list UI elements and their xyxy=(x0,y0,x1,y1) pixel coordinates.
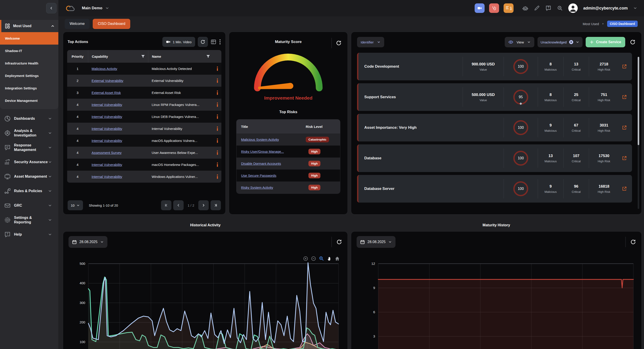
sidebar-item-shadow-it[interactable]: Shadow-IT xyxy=(0,45,58,57)
zoom-in-icon[interactable] xyxy=(303,256,308,261)
identifier-dropdown[interactable]: Identifier xyxy=(357,37,384,47)
open-service-icon[interactable] xyxy=(619,94,630,100)
service-card[interactable]: Support Services 500.000 USDValue 95 8Ma… xyxy=(357,83,632,111)
pan-hand-icon[interactable] xyxy=(327,256,332,261)
risk-row[interactable]: Risky User/Group Manage...High xyxy=(236,146,340,158)
assistant-bot-icon[interactable] xyxy=(522,5,528,11)
info-icon[interactable] xyxy=(217,151,218,155)
acknowledgement-filter[interactable]: Unacknowledged xyxy=(538,37,582,47)
risk-link[interactable]: Disable Dormant Accounts xyxy=(241,162,281,165)
sidebar-item-integration-settings[interactable]: Integration Settings xyxy=(0,82,58,94)
info-icon[interactable] xyxy=(217,91,218,95)
task-list-button[interactable]: 1 xyxy=(504,4,514,13)
table-row[interactable]: 4Internal VulnerabilityLinux RPM Package… xyxy=(67,99,222,111)
prev-page-button[interactable] xyxy=(173,200,184,210)
risk-row[interactable]: Risky System ActivityHigh xyxy=(236,182,340,193)
edit-pencil-icon[interactable] xyxy=(534,5,540,11)
capability-link[interactable]: Internal Vulnerability xyxy=(92,103,122,107)
sidebar-group-help[interactable]: ? Help xyxy=(0,227,58,242)
sidebar-group-grc[interactable]: GRC xyxy=(0,198,58,213)
open-service-icon[interactable] xyxy=(619,156,630,161)
date-picker[interactable]: 28.08.2025 xyxy=(356,236,396,248)
refresh-icon[interactable] xyxy=(336,239,342,245)
capability-link[interactable]: Internal Vulnerability xyxy=(92,127,122,131)
sidebar-item-infrastructure-health[interactable]: Infrastructure Health xyxy=(0,57,58,70)
next-page-button[interactable] xyxy=(198,200,209,210)
risk-link[interactable]: Risky System Activity xyxy=(241,186,273,189)
service-card[interactable]: Database Server 100 9Malicious 96Critica… xyxy=(357,175,632,203)
sidebar-group-rules-policies[interactable]: Rules & Policies xyxy=(0,184,58,198)
sidebar-item-deployment-settings[interactable]: Deployment Settings xyxy=(0,70,58,82)
info-icon[interactable] xyxy=(217,103,218,107)
clear-filter-icon[interactable] xyxy=(569,40,574,44)
historical-activity-chart[interactable]: 500400300200100 xyxy=(68,259,342,349)
workspace-selector[interactable]: Main Demo xyxy=(82,6,109,11)
info-icon[interactable] xyxy=(217,139,218,143)
video-button[interactable] xyxy=(475,4,484,13)
breadcrumb-parent[interactable]: Most Used xyxy=(583,22,599,26)
capability-link[interactable]: Assessment Survey xyxy=(92,151,122,155)
table-row[interactable]: 4Internal VulnerabilityWindows Applicati… xyxy=(67,171,222,183)
feedback-bubble-icon[interactable]: ? xyxy=(545,5,552,11)
breadcrumb-current[interactable]: CISO Dashboard xyxy=(607,21,638,27)
table-row[interactable]: 4Assessment SurveyUser Awareness Below E… xyxy=(67,147,222,159)
risk-link[interactable]: Malicious System Activity xyxy=(241,138,279,141)
sidebar-item-welcome[interactable]: Welcome xyxy=(0,32,58,45)
info-icon[interactable] xyxy=(217,127,218,131)
capability-link[interactable]: Internal Vulnerability xyxy=(92,163,122,167)
create-service-button[interactable]: Create Service xyxy=(586,37,625,47)
column-header-name[interactable]: Name xyxy=(148,50,213,63)
one-min-video-button[interactable]: 1 Min. Video xyxy=(162,37,195,47)
scrollbar-thumb[interactable] xyxy=(638,57,639,145)
open-service-icon[interactable] xyxy=(619,125,630,130)
capability-link[interactable]: Internal Vulnerability xyxy=(92,115,122,119)
sidebar-group-security-assurance[interactable]: Security Assurance xyxy=(0,155,58,169)
sidebar-group-asset-management[interactable]: Asset Management xyxy=(0,169,58,184)
capability-link[interactable]: External Asset Risk xyxy=(92,91,121,95)
capability-link[interactable]: Internal Vulnerability xyxy=(92,139,122,143)
info-icon[interactable] xyxy=(217,67,218,71)
table-row[interactable]: 1Malicious ActivityMalicious Activity De… xyxy=(67,63,222,75)
risk-link[interactable]: Risky User/Group Manage... xyxy=(241,150,284,153)
chevron-up-icon[interactable] xyxy=(51,24,55,28)
view-dropdown[interactable]: View xyxy=(505,37,534,47)
zoom-out-icon[interactable] xyxy=(311,256,316,261)
info-icon[interactable] xyxy=(217,79,218,83)
maturity-history-chart[interactable]: 12963 xyxy=(356,259,636,349)
refresh-icon[interactable] xyxy=(336,40,342,46)
risk-link[interactable]: Use Secure Passwords xyxy=(241,174,276,177)
sidebar-group-dashboards[interactable]: Dashboards xyxy=(0,111,58,126)
table-row[interactable]: 4Internal VulnerabilityInternal Vulnerab… xyxy=(67,123,222,135)
table-row[interactable]: 4Internal VulnerabilitymacOS Homebrew Pa… xyxy=(67,159,222,171)
columns-layout-icon[interactable] xyxy=(210,39,216,45)
kebab-menu-icon[interactable] xyxy=(219,39,221,45)
health-check-button[interactable] xyxy=(489,4,499,13)
refresh-icon[interactable] xyxy=(630,39,636,45)
sidebar-collapse-button[interactable] xyxy=(46,3,56,13)
tab-ciso-dashboard[interactable]: CISO Dashboard xyxy=(93,19,130,29)
sidebar-group-settings-reporting[interactable]: Settings & Reporting xyxy=(0,213,58,227)
table-row[interactable]: 2External VulnerabilityExternal Vulnerab… xyxy=(67,75,222,87)
selection-zoom-icon[interactable] xyxy=(319,256,324,261)
tab-welcome[interactable]: Welcome xyxy=(65,19,90,29)
refresh-button[interactable] xyxy=(198,37,208,47)
refresh-icon[interactable] xyxy=(630,239,636,245)
open-service-icon[interactable] xyxy=(619,64,630,69)
column-header-priority[interactable]: Priority xyxy=(67,55,88,58)
service-card[interactable]: Asset Importance: Very High 100 9Malicio… xyxy=(357,114,632,141)
info-icon[interactable] xyxy=(217,163,218,167)
date-picker[interactable]: 28.08.2025 xyxy=(68,236,108,248)
capability-link[interactable]: Internal Vulnerability xyxy=(92,175,122,179)
table-row[interactable]: 4Internal VulnerabilitymacOS Application… xyxy=(67,135,222,147)
reset-home-icon[interactable] xyxy=(335,256,340,261)
filter-funnel-icon[interactable] xyxy=(206,55,210,58)
capability-link[interactable]: Malicious Activity xyxy=(92,67,117,71)
info-icon[interactable] xyxy=(217,115,218,119)
info-icon[interactable] xyxy=(217,175,218,179)
column-header-capability[interactable]: Capability xyxy=(88,50,148,63)
service-card[interactable]: Code Development 900.000 USDValue 100 8M… xyxy=(357,53,632,80)
risk-row[interactable]: Malicious System ActivityCatastrophic xyxy=(236,134,340,146)
sidebar-group-analysis-investigation[interactable]: Analysis & Investigation xyxy=(0,126,58,140)
first-page-button[interactable] xyxy=(161,200,172,210)
service-card[interactable]: Database 100 13Malicious 107Critical 175… xyxy=(357,144,632,172)
